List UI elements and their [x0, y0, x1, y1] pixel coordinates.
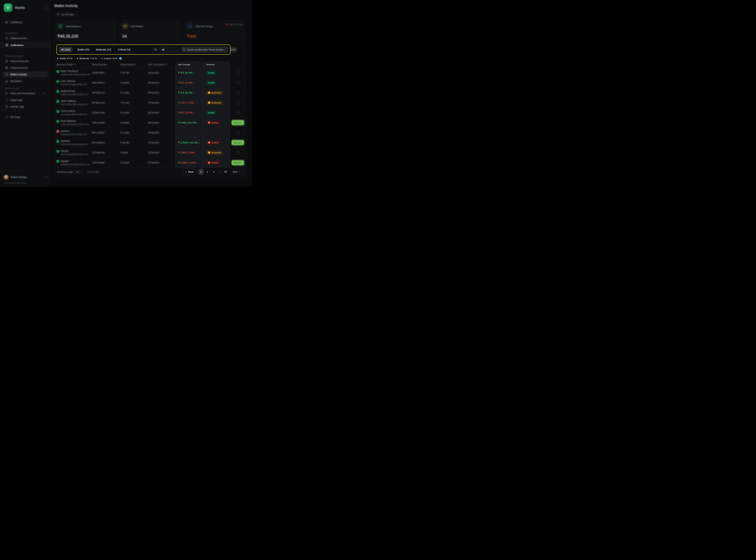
stats-row: Wallet Balance ₹40,35,235 Total Wallets … — [54, 20, 246, 42]
row-menu-button[interactable]: ⋮ — [236, 90, 240, 95]
row-menu-button[interactable]: ⋮ — [236, 100, 240, 105]
page-2[interactable]: 2 — [205, 169, 210, 175]
review-button[interactable]: Review — [232, 160, 244, 165]
phone-number: 4567890123 — [89, 88, 118, 98]
row-menu-button[interactable]: ⋮ — [236, 150, 240, 155]
merchant-email: sophia.brown@example.com — [61, 93, 88, 96]
net-change-value: - — [178, 131, 179, 134]
merchant-avatar — [57, 150, 59, 153]
sidebar-item-activity-logs[interactable]: Activity Logs — [2, 104, 48, 109]
row-menu-button[interactable]: ⋮ — [236, 70, 240, 75]
net-change-value: ₹ 210021 (15%) — [178, 161, 196, 164]
row-menu-button[interactable]: ⋮ — [236, 80, 240, 85]
main-content: Wallet Activity Last 30 Days ⌄ Wallet Ba… — [50, 0, 252, 187]
info-icon[interactable]: i — [119, 57, 122, 60]
col-last-transaction[interactable]: Last Transaction ⇅ — [145, 61, 175, 67]
filter-bar: All (100) Stable (20) Moderate (15) Crit… — [57, 44, 230, 55]
warning-icon: ! — [208, 92, 210, 94]
back-button[interactable]: ‹ Back — [183, 168, 197, 175]
table-row: Oliver Williams oliver.williams@example.… — [55, 98, 246, 108]
arrow-up-icon: ↑ — [199, 141, 200, 144]
review-button[interactable]: Review — [232, 120, 244, 125]
col-merchant-profile[interactable]: Merchant Profile ⇅ — [55, 61, 89, 67]
sidebar-item-roles-permissions[interactable]: Roles and Permissions ▾ — [2, 91, 48, 96]
warning-icon: ! — [208, 101, 210, 104]
collections-icon — [5, 43, 8, 46]
table-row: Liam Johnson liam.johnson@example.com 34… — [55, 78, 246, 88]
merchant-email: emma.garcia@example.com — [61, 113, 87, 116]
stat-value: ₹402 — [187, 34, 196, 39]
tab-all[interactable]: All (100) — [59, 47, 72, 52]
sidebar-item-payout-accounts[interactable]: Payout Accounts — [2, 58, 48, 64]
severity-badge: −Critical — [206, 140, 220, 145]
brand-name: Vaulta — [15, 6, 25, 9]
merchant-avatar — [57, 100, 59, 103]
page-3[interactable]: 3 — [211, 169, 216, 175]
pagination: Result per page 10 ⌄ 1-10 of 100 ‹ Back … — [55, 168, 246, 176]
severity-badge: !Moderate — [206, 91, 223, 95]
severity-value: - — [206, 131, 207, 134]
sidebar-item-virtual-accounts[interactable]: Virtual Accounts — [2, 65, 48, 71]
chevron-down-icon: ⌄ — [76, 13, 77, 16]
review-button[interactable]: Review — [232, 140, 244, 145]
refresh-icon — [154, 48, 157, 51]
phone-number: 8901234567 — [89, 128, 118, 138]
stat-card-net-change: Total Net Change ↓ 5% than last 30 days … — [184, 20, 246, 42]
sidebar-item-collections[interactable]: Collections — [0, 42, 50, 48]
sidebar-item-wallet-activity[interactable]: Wallet Activity — [2, 72, 48, 77]
sidebar-collapse-button[interactable]: ‹ — [44, 6, 48, 10]
sidebar-item-dashboard[interactable]: Dashboard — [2, 19, 48, 25]
date-range-button[interactable]: Last 30 Days ⌄ — [54, 12, 80, 17]
critical-icon: − — [208, 121, 210, 124]
delta-badge: ↓ 5% than last 30 days — [224, 23, 243, 26]
merchant-name: Oliver Williams — [61, 100, 88, 102]
wallet-balance: ₹ 12,300 — [118, 128, 145, 138]
merchant-email: liam.johnson@example.com — [61, 83, 87, 86]
merchant-email: maya.thompson@example.com — [61, 73, 90, 76]
page-1[interactable]: 1 — [198, 169, 204, 175]
wallet-balance: ₹ 18,300 — [118, 78, 145, 87]
merchant-avatar — [57, 140, 59, 143]
merchant-email: isabella.nguyen@example.com — [61, 163, 90, 166]
refresh-button[interactable] — [153, 47, 158, 52]
merchant-avatar — [57, 130, 59, 133]
severity-filter-dropdown[interactable]: All ⌄ — [160, 47, 180, 53]
sidebar-item-api-keys[interactable]: API Keys — [2, 114, 48, 120]
net-change-value: ₹ 23421 (14.2%) — [178, 121, 196, 124]
wallet-balance: ₹ 9,800 — [118, 148, 145, 158]
severity-badge: −Critical — [206, 121, 220, 125]
result-range: 1-10 of 100 — [87, 171, 99, 173]
tab-moderate[interactable]: Moderate (15) — [95, 48, 112, 51]
table-row: Emma Garcia emma.garcia@example.com 6789… — [55, 108, 246, 118]
tab-stable[interactable]: Stable (20) — [76, 48, 90, 51]
tab-critical[interactable]: Critical (10) — [117, 48, 132, 51]
row-menu-button[interactable]: ⋮ — [236, 130, 240, 135]
divider — [4, 50, 46, 51]
sidebar-item-export-logs[interactable]: Export logs — [2, 97, 48, 103]
copyright-text: Copyrights @ 2025 vaulta — [0, 180, 50, 187]
sidebar-item-merchants[interactable]: Merchants — [2, 78, 48, 84]
next-button[interactable]: Next › — [229, 168, 243, 175]
merchant-avatar — [57, 120, 59, 123]
phone-number: 1357924680 — [89, 158, 118, 168]
last-transaction: 11/14/2024 — [145, 138, 175, 147]
page-size-dropdown[interactable]: 10 ⌄ — [75, 169, 83, 175]
user-menu[interactable]: Robert George ▾ — [0, 173, 50, 180]
section-accounts: Accounts & Wallets — [5, 55, 50, 57]
wallet-icon — [5, 73, 8, 76]
page-25[interactable]: 25 — [223, 169, 228, 175]
search-input[interactable] — [187, 48, 227, 51]
merchant-name: Liam Johnson — [61, 80, 87, 82]
last-transaction: 12/05/2024 — [145, 148, 175, 158]
sidebar-item-disbursements[interactable]: Disbursements — [2, 35, 48, 41]
severity-badge: Stable — [206, 71, 216, 75]
sort-icon: ⇅ — [166, 64, 167, 65]
merchant-avatar — [57, 160, 59, 163]
arrow-down-icon: ↓ — [224, 23, 225, 26]
arrow-down-icon: ↓ — [195, 151, 197, 154]
critical-icon: − — [208, 161, 210, 164]
row-menu-button[interactable]: ⋮ — [236, 110, 240, 115]
table-row: Nguyen isabella.nguyen@example.com 13579… — [55, 158, 246, 168]
warning-icon: ! — [208, 151, 210, 154]
arrow-up-icon: ↑ — [193, 92, 195, 94]
